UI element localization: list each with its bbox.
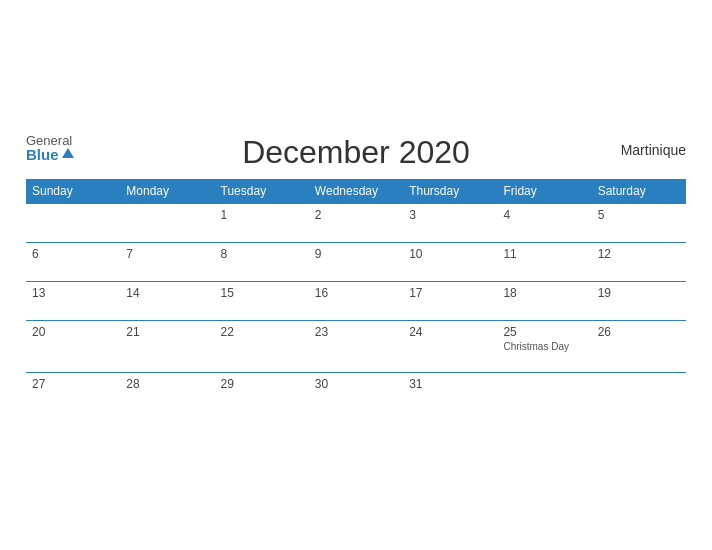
day-number: 30 xyxy=(315,377,328,391)
calendar-day-cell: 10 xyxy=(403,243,497,282)
calendar-day-cell xyxy=(26,204,120,243)
calendar-day-cell: 28 xyxy=(120,373,214,412)
calendar-day-cell: 17 xyxy=(403,282,497,321)
calendar-day-cell: 19 xyxy=(592,282,686,321)
day-number: 17 xyxy=(409,286,422,300)
calendar-day-cell xyxy=(592,373,686,412)
calendar-header-row: SundayMondayTuesdayWednesdayThursdayFrid… xyxy=(26,179,686,204)
day-number: 2 xyxy=(315,208,322,222)
day-number: 24 xyxy=(409,325,422,339)
day-number: 4 xyxy=(503,208,510,222)
calendar-day-cell: 7 xyxy=(120,243,214,282)
day-number: 6 xyxy=(32,247,39,261)
day-number: 14 xyxy=(126,286,139,300)
region-label: Martinique xyxy=(621,142,686,158)
calendar-day-cell: 15 xyxy=(215,282,309,321)
calendar-day-cell: 14 xyxy=(120,282,214,321)
calendar-week-row: 6789101112 xyxy=(26,243,686,282)
calendar-week-row: 12345 xyxy=(26,204,686,243)
calendar-day-cell: 30 xyxy=(309,373,403,412)
day-number: 20 xyxy=(32,325,45,339)
day-number: 27 xyxy=(32,377,45,391)
calendar-day-cell: 5 xyxy=(592,204,686,243)
calendar-table: SundayMondayTuesdayWednesdayThursdayFrid… xyxy=(26,179,686,411)
holiday-label: Christmas Day xyxy=(503,341,585,352)
calendar-day-cell: 24 xyxy=(403,321,497,373)
calendar-header: General Blue December 2020 Martinique xyxy=(26,134,686,171)
calendar-day-cell: 25Christmas Day xyxy=(497,321,591,373)
day-of-week-header: Tuesday xyxy=(215,179,309,204)
logo: General Blue xyxy=(26,134,74,162)
day-number: 26 xyxy=(598,325,611,339)
day-of-week-header: Thursday xyxy=(403,179,497,204)
calendar-week-row: 2728293031 xyxy=(26,373,686,412)
calendar-day-cell xyxy=(497,373,591,412)
day-number: 22 xyxy=(221,325,234,339)
calendar-day-cell: 12 xyxy=(592,243,686,282)
day-number: 3 xyxy=(409,208,416,222)
calendar-day-cell: 13 xyxy=(26,282,120,321)
calendar-day-cell: 8 xyxy=(215,243,309,282)
calendar-container: General Blue December 2020 Martinique Su… xyxy=(11,124,701,426)
calendar-day-cell: 16 xyxy=(309,282,403,321)
calendar-day-cell: 6 xyxy=(26,243,120,282)
day-number: 28 xyxy=(126,377,139,391)
calendar-week-row: 13141516171819 xyxy=(26,282,686,321)
calendar-day-cell: 18 xyxy=(497,282,591,321)
day-of-week-header: Wednesday xyxy=(309,179,403,204)
logo-blue-row: Blue xyxy=(26,147,74,162)
day-number: 7 xyxy=(126,247,133,261)
calendar-day-cell: 20 xyxy=(26,321,120,373)
day-number: 31 xyxy=(409,377,422,391)
day-number: 19 xyxy=(598,286,611,300)
day-number: 12 xyxy=(598,247,611,261)
calendar-day-cell: 22 xyxy=(215,321,309,373)
calendar-day-cell xyxy=(120,204,214,243)
day-number: 9 xyxy=(315,247,322,261)
day-number: 11 xyxy=(503,247,516,261)
calendar-day-cell: 11 xyxy=(497,243,591,282)
logo-triangle-icon xyxy=(62,148,74,158)
day-of-week-header: Sunday xyxy=(26,179,120,204)
calendar-day-cell: 9 xyxy=(309,243,403,282)
day-number: 5 xyxy=(598,208,605,222)
day-of-week-header: Monday xyxy=(120,179,214,204)
day-number: 25 xyxy=(503,325,516,339)
logo-blue-text: Blue xyxy=(26,147,59,162)
calendar-day-cell: 4 xyxy=(497,204,591,243)
day-number: 16 xyxy=(315,286,328,300)
calendar-week-row: 202122232425Christmas Day26 xyxy=(26,321,686,373)
calendar-day-cell: 31 xyxy=(403,373,497,412)
calendar-day-cell: 27 xyxy=(26,373,120,412)
calendar-day-cell: 29 xyxy=(215,373,309,412)
day-number: 15 xyxy=(221,286,234,300)
calendar-day-cell: 1 xyxy=(215,204,309,243)
calendar-day-cell: 2 xyxy=(309,204,403,243)
calendar-day-cell: 3 xyxy=(403,204,497,243)
day-number: 8 xyxy=(221,247,228,261)
day-number: 18 xyxy=(503,286,516,300)
day-number: 29 xyxy=(221,377,234,391)
day-number: 13 xyxy=(32,286,45,300)
day-of-week-header: Saturday xyxy=(592,179,686,204)
day-number: 1 xyxy=(221,208,228,222)
calendar-day-cell: 26 xyxy=(592,321,686,373)
day-number: 10 xyxy=(409,247,422,261)
day-of-week-header: Friday xyxy=(497,179,591,204)
calendar-day-cell: 23 xyxy=(309,321,403,373)
calendar-day-cell: 21 xyxy=(120,321,214,373)
calendar-title: December 2020 xyxy=(242,134,470,171)
day-number: 21 xyxy=(126,325,139,339)
day-number: 23 xyxy=(315,325,328,339)
